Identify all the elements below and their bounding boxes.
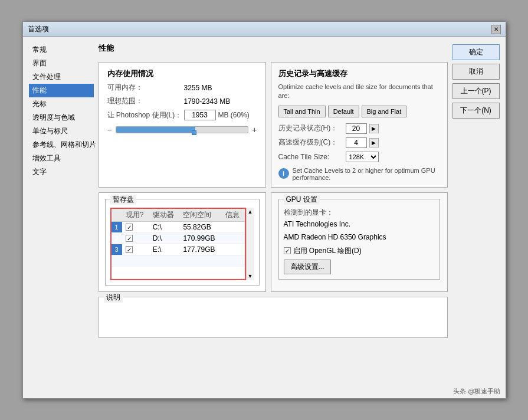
cache-tall-thin-button[interactable]: Tall and Thin (278, 106, 326, 117)
scratch-row-num: 2 (111, 232, 122, 244)
slider-plus-icon[interactable]: + (252, 125, 257, 134)
scratch-scrollbar[interactable]: ▲ ▼ (246, 208, 254, 280)
checkbox-2[interactable]: ✓ (126, 235, 133, 242)
info-icon: i (278, 168, 289, 179)
cache-level-label: 高速缓存级别(C)： (278, 137, 343, 147)
gpu-advanced-button[interactable]: 高级设置... (284, 260, 331, 274)
next-button[interactable]: 下一个(N) (452, 103, 500, 119)
dialog-body: 常规 界面 文件处理 性能 光标 透明度与色域 单位与标尺 参考线、网格和切片 … (23, 37, 506, 385)
memory-range-value: 1790-2343 MB (184, 97, 231, 106)
gpu-info-box: i Set Cache Levels to 2 or higher for op… (278, 167, 440, 181)
gpu-detected-label: 检测到的显卡： (284, 208, 435, 218)
history-panel: 历史记录与高速缓存 Optimize cache levels and tile… (271, 62, 448, 188)
opengl-checkbox[interactable]: ✓ (284, 247, 291, 254)
memory-use-label: 让 Photoshop 使用(L)： (107, 110, 184, 120)
checkbox-3[interactable]: ✓ (126, 246, 133, 253)
cache-level-arrow[interactable]: ▶ (369, 138, 379, 147)
scratch-row-space: 170.99GB (179, 232, 221, 244)
cache-tile-select[interactable]: 128K 256K 512K 1024K (346, 152, 379, 162)
right-buttons: 确定 取消 上一个(P) 下一个(N) (452, 43, 500, 379)
top-row: 内存使用情况 可用内存： 3255 MB 理想范围： 1790-2343 MB … (99, 62, 448, 188)
sidebar-item-general[interactable]: 常规 (29, 43, 94, 57)
close-button[interactable]: ✕ (491, 25, 501, 34)
gpu-panel: GPU 设置 检测到的显卡： ATI Technologies Inc. AMD… (271, 192, 448, 292)
table-row[interactable]: 2 ✓ D:\ 170.99GB (111, 232, 245, 244)
sidebar-item-cursor[interactable]: 光标 (29, 97, 94, 111)
history-desc: Optimize cache levels and tile size for … (278, 83, 440, 101)
watermark: 头条 @极速手助 (23, 385, 506, 398)
scratch-row-check[interactable]: ✓ (122, 244, 149, 255)
cache-level-input[interactable] (346, 137, 367, 148)
prev-button[interactable]: 上一个(P) (452, 83, 500, 99)
memory-use-input[interactable] (184, 110, 216, 120)
cache-tile-row: Cache Tile Size: 128K 256K 512K 1024K (278, 152, 440, 162)
section-title: 性能 (99, 43, 448, 54)
table-row[interactable]: 1 ✓ C:\ 55.82GB (111, 221, 245, 232)
sidebar-item-performance[interactable]: 性能 (29, 84, 94, 97)
memory-use-unit: MB (60%) (218, 111, 250, 119)
history-states-input[interactable] (346, 123, 367, 134)
scratch-row-drive: E:\ (149, 244, 180, 255)
history-panel-title: 历史记录与高速缓存 (278, 68, 440, 79)
scratch-row-check[interactable]: ✓ (122, 221, 149, 232)
sidebar-item-interface[interactable]: 界面 (29, 57, 94, 70)
sidebar-item-guides[interactable]: 参考线、网格和切片 (29, 138, 94, 152)
scratch-col-num (111, 209, 122, 222)
main-content: 性能 内存使用情况 可用内存： 3255 MB 理想范围： 1790-2343 … (99, 43, 448, 379)
cache-preset-buttons: Tall and Thin Default Big and Flat (278, 106, 440, 117)
sidebar-item-units[interactable]: 单位与标尺 (29, 124, 94, 138)
memory-slider[interactable] (116, 126, 249, 133)
memory-panel: 内存使用情况 可用内存： 3255 MB 理想范围： 1790-2343 MB … (99, 62, 266, 188)
scratch-panel: 暂存盘 现用? 驱动器 空闲空间 (99, 192, 266, 292)
scratch-row-drive: C:\ (149, 221, 180, 232)
scratch-row-drive: D:\ (149, 232, 180, 244)
cancel-button[interactable]: 取消 (452, 64, 500, 80)
gpu-detected-value1: ATI Technologies Inc. (284, 220, 435, 228)
scratch-row-info (222, 244, 245, 255)
scratch-table-container: 现用? 驱动器 空闲空间 信息 1 (110, 208, 254, 280)
history-states-row: 历史记录状态(H)： ▶ (278, 123, 440, 134)
scratch-col-info: 信息 (222, 209, 245, 222)
opengl-checkbox-row: ✓ 启用 OpenGL 绘图(D) (284, 246, 435, 256)
scratch-col-space: 空闲空间 (179, 209, 221, 222)
cache-default-button[interactable]: Default (328, 106, 359, 117)
slider-minus-icon[interactable]: − (107, 125, 112, 134)
scroll-up-arrow[interactable]: ▲ (248, 209, 253, 215)
memory-panel-title: 内存使用情况 (107, 68, 257, 79)
history-states-arrow[interactable]: ▶ (369, 124, 379, 133)
scratch-row-check[interactable]: ✓ (122, 232, 149, 244)
scratch-row-num: 1 (111, 221, 122, 232)
cache-level-row: 高速缓存级别(C)： ▶ (278, 137, 440, 148)
ok-button[interactable]: 确定 (452, 44, 500, 60)
title-bar: 首选项 ✕ (23, 22, 506, 37)
scratch-panel-title: 暂存盘 (110, 195, 136, 205)
opengl-label: 启用 OpenGL 绘图(D) (293, 246, 362, 256)
scratch-col-active: 现用? (122, 209, 149, 222)
slider-fill (116, 127, 195, 133)
gpu-panel-title: GPU 设置 (284, 195, 320, 205)
desc-panel-title: 说明 (104, 293, 123, 303)
sidebar: 常规 界面 文件处理 性能 光标 透明度与色域 单位与标尺 参考线、网格和切片 … (29, 43, 94, 379)
table-row[interactable]: 3 ✓ E:\ 177.79GB (111, 244, 245, 255)
checkbox-1[interactable]: ✓ (126, 224, 133, 231)
sidebar-item-type[interactable]: 文字 (29, 165, 94, 179)
gpu-detected-value2: AMD Radeon HD 6350 Graphics (284, 233, 435, 241)
scratch-table: 现用? 驱动器 空闲空间 信息 1 (111, 209, 245, 279)
desc-panel-container: 说明 (99, 297, 448, 379)
scratch-row-space: 177.79GB (179, 244, 221, 255)
dialog-title: 首选项 (28, 24, 49, 34)
sidebar-item-transparency[interactable]: 透明度与色域 (29, 111, 94, 124)
bottom-row: 暂存盘 现用? 驱动器 空闲空间 (99, 192, 448, 292)
cache-big-flat-button[interactable]: Big and Flat (362, 106, 407, 117)
preferences-dialog: 首选项 ✕ 常规 界面 文件处理 性能 光标 透明度与色域 单位与标尺 参考线、… (22, 21, 506, 399)
scratch-row-info (222, 232, 245, 244)
memory-range-row: 理想范围： 1790-2343 MB (107, 96, 257, 106)
memory-use-row: 让 Photoshop 使用(L)： MB (60%) (107, 110, 257, 120)
memory-available-label: 可用内存： (107, 83, 184, 93)
slider-thumb[interactable] (192, 130, 196, 135)
sidebar-item-filehandling[interactable]: 文件处理 (29, 70, 94, 84)
sidebar-item-plugins[interactable]: 增效工具 (29, 152, 94, 165)
memory-available-value: 3255 MB (184, 84, 212, 92)
scroll-down-arrow[interactable]: ▼ (248, 273, 253, 279)
scratch-col-drive: 驱动器 (149, 209, 180, 222)
